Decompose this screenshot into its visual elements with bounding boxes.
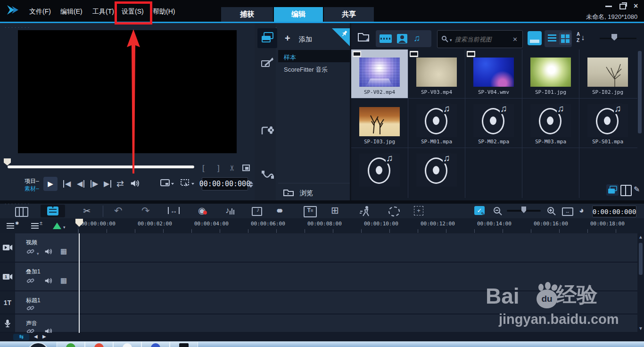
- title-track-header[interactable]: 标题1: [15, 291, 78, 314]
- ripple-toggle-icon[interactable]: [53, 223, 61, 229]
- duration-button[interactable]: ◕: [579, 206, 584, 215]
- redo-button[interactable]: ↷: [141, 206, 150, 215]
- filter-video-icon[interactable]: [380, 34, 392, 43]
- timeline-view-button[interactable]: [41, 205, 65, 217]
- rail-motion-path-icon[interactable]: [262, 170, 274, 181]
- library-item[interactable]: SP-V04.wmv: [465, 50, 522, 98]
- thumb-size-slider[interactable]: [600, 38, 636, 39]
- title-track-icon[interactable]: 1T: [0, 291, 15, 314]
- swap-tracks-button[interactable]: ⇆: [13, 334, 29, 340]
- library-item[interactable]: ♫ SP-S01.mpa: [579, 99, 636, 148]
- rail-graphics-icon[interactable]: [261, 125, 274, 136]
- preview-screen[interactable]: [18, 30, 237, 153]
- view-thumbnail-button[interactable]: [559, 33, 571, 45]
- split-clip-icon[interactable]: ✂: [229, 165, 236, 171]
- filter-audio-icon[interactable]: ♫: [413, 33, 420, 43]
- library-item[interactable]: ♫ SP-M03.mpa: [522, 99, 579, 148]
- timeline-scrollbar[interactable]: [639, 243, 643, 275]
- taskbar-item[interactable]: [170, 342, 198, 347]
- preview-timecode[interactable]: 00:00:00:000: [202, 177, 248, 190]
- repeat-button[interactable]: ⇄: [116, 179, 124, 188]
- library-item[interactable]: ♫ SP-M02.mpa: [465, 99, 522, 148]
- menu-help[interactable]: 帮助(H): [153, 8, 175, 16]
- subtitle-editor-button[interactable]: T≡: [304, 206, 317, 217]
- undo-button[interactable]: ↶: [114, 206, 123, 215]
- library-item[interactable]: SP-I02.jpg: [579, 50, 636, 98]
- nav-item-samples[interactable]: 样本: [278, 50, 350, 62]
- voice-track-icon[interactable]: [0, 314, 15, 333]
- ripple-toggle-caret[interactable]: ▾: [63, 225, 66, 230]
- timeline-zoom-handle[interactable]: [521, 207, 526, 213]
- project-mode-label[interactable]: 项目–: [25, 177, 39, 185]
- resize-mode-icon[interactable]: [160, 179, 174, 188]
- video-track-header[interactable]: 视频 ▾ ▦: [15, 233, 78, 263]
- menu-file[interactable]: 文件(F): [29, 8, 51, 16]
- record-capture-button[interactable]: ◉: [198, 206, 206, 215]
- overlay-track-icon[interactable]: 1: [0, 263, 15, 291]
- smart-proxy-button[interactable]: ✓✎: [474, 206, 485, 215]
- rail-instant-project-icon[interactable]: [261, 57, 274, 68]
- show-library-button[interactable]: [606, 184, 619, 196]
- menu-edit[interactable]: 编辑(E): [60, 8, 83, 16]
- video-track-lane[interactable]: [78, 233, 637, 263]
- search-icon[interactable]: [441, 35, 449, 43]
- taskbar-item[interactable]: [57, 342, 85, 347]
- mark-out-button[interactable]: ]: [217, 164, 220, 172]
- tab-share[interactable]: 共享: [324, 7, 374, 22]
- home-button[interactable]: ◀: [63, 180, 71, 188]
- timeline-timecode[interactable]: 0:00:00:000: [592, 206, 636, 217]
- play-button[interactable]: ▶: [43, 177, 58, 191]
- minimize-button[interactable]: [605, 6, 612, 7]
- link-icon[interactable]: [26, 304, 35, 312]
- view-list-button[interactable]: [548, 34, 556, 41]
- voice-track-header[interactable]: 声音: [15, 314, 78, 332]
- close-button[interactable]: ×: [634, 2, 638, 10]
- zoom-in-button[interactable]: [547, 207, 556, 216]
- tools-button[interactable]: ✂: [83, 207, 91, 215]
- library-item[interactable]: SP-I03.jpg: [351, 99, 408, 148]
- track-mute-icon[interactable]: [44, 248, 52, 255]
- browse-button[interactable]: 浏览: [278, 183, 350, 201]
- overlay-track-header[interactable]: 叠加1 ▦: [15, 263, 78, 291]
- link-icon[interactable]: [26, 248, 35, 255]
- library-scrollbar[interactable]: [638, 51, 642, 133]
- scroll-right-arrow[interactable]: ▶: [42, 334, 46, 339]
- panel-drag-handle[interactable]: ········: [5, 25, 31, 30]
- library-item-selected[interactable]: SP-V02.mp4: [351, 50, 408, 98]
- tab-capture[interactable]: 捕获: [221, 7, 273, 22]
- overlay-objects-button[interactable]: ●●: [276, 206, 280, 215]
- sound-mixer-button[interactable]: ♪: [225, 206, 235, 215]
- motion-tracking-button[interactable]: [359, 206, 372, 217]
- tab-edit[interactable]: 编辑: [274, 7, 323, 22]
- add-track-button[interactable]: ±: [31, 222, 39, 229]
- scroll-up-arrow[interactable]: ▲: [638, 234, 643, 240]
- prev-frame-button[interactable]: ◀: [77, 180, 84, 188]
- track-fx-grid-icon[interactable]: ▦: [60, 247, 67, 256]
- nav-item-scorefitter[interactable]: ScoreFitter 音乐: [278, 62, 350, 74]
- edit-panel-button[interactable]: ✎: [634, 185, 640, 194]
- add-folder-header[interactable]: + 添加: [278, 28, 350, 50]
- mark-in-button[interactable]: [: [202, 164, 205, 172]
- link-icon[interactable]: [26, 277, 35, 284]
- toolbar-drag-handle[interactable]: ········: [5, 202, 31, 206]
- end-button[interactable]: ▶: [104, 180, 111, 188]
- library-item[interactable]: SP-V03.mp4: [408, 50, 465, 98]
- ripple-edit-button[interactable]: ↔: [168, 207, 180, 214]
- restore-button[interactable]: [619, 4, 626, 9]
- 3d-title-button[interactable]: +: [414, 206, 423, 215]
- clip-mode-label[interactable]: 素材–: [25, 185, 39, 193]
- search-input[interactable]: [452, 36, 513, 43]
- sort-button[interactable]: A Z ↓: [577, 31, 585, 43]
- library-item[interactable]: ♫ SP-M01.mpa: [408, 99, 465, 148]
- multicam-editor-button[interactable]: ⊞: [331, 206, 339, 215]
- library-item[interactable]: ♫: [408, 149, 465, 198]
- timecode-stepper[interactable]: [248, 179, 253, 190]
- selection-mode-icon[interactable]: [181, 179, 195, 188]
- library-item[interactable]: SP-I01.jpg: [522, 50, 579, 98]
- track-mute-icon[interactable]: [44, 277, 52, 284]
- thumb-size-slider-handle[interactable]: [611, 34, 617, 41]
- search-clear-icon[interactable]: ✕: [512, 36, 518, 43]
- video-track-icon[interactable]: [0, 233, 15, 263]
- next-frame-button[interactable]: ▶: [91, 180, 98, 188]
- library-item[interactable]: ♫: [351, 149, 408, 198]
